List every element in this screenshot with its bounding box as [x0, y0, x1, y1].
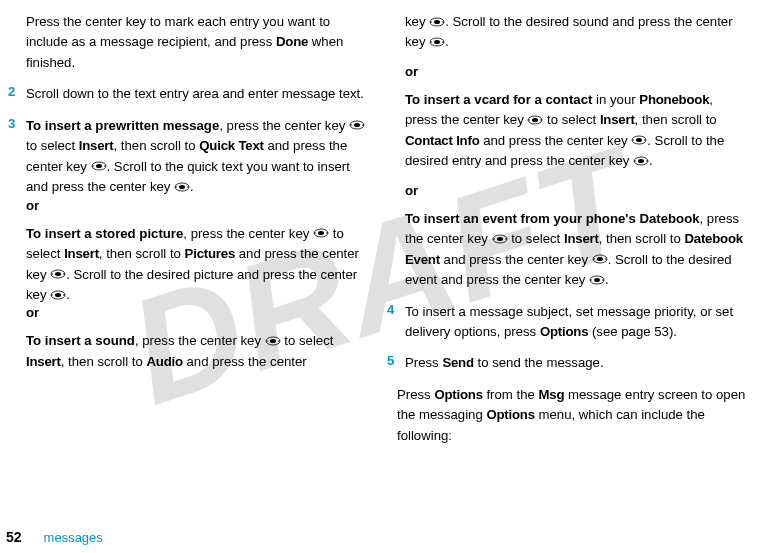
step-3-picture: To insert a stored picture, press the ce…	[26, 224, 369, 306]
step-3-sound-cont: key . Scroll to the desired sound and pr…	[405, 12, 748, 53]
step-3: 3 To insert a prewritten message, press …	[18, 116, 369, 373]
center-key-icon	[429, 37, 445, 47]
section-label: messages	[44, 530, 103, 545]
step-4: 4 To insert a message subject, set messa…	[397, 302, 748, 343]
or-separator: or	[26, 305, 369, 320]
step-number: 3	[8, 116, 26, 373]
svg-point-6	[92, 165, 94, 167]
svg-point-54	[593, 258, 595, 260]
step-2: 2 Scroll down to the text entry area and…	[18, 84, 369, 104]
svg-point-34	[430, 41, 432, 43]
svg-point-14	[314, 232, 316, 234]
center-key-icon	[91, 161, 107, 171]
center-key-icon	[633, 156, 649, 166]
page-number: 52	[6, 529, 22, 545]
svg-point-9	[179, 185, 185, 189]
svg-point-26	[266, 340, 268, 342]
svg-point-37	[532, 118, 538, 122]
para-continuation: Press the center key to mark each entry …	[26, 12, 369, 73]
step-2-text: Scroll down to the text entry area and e…	[26, 84, 364, 104]
step-number: 4	[387, 302, 405, 343]
svg-point-49	[497, 237, 503, 241]
svg-point-30	[430, 21, 432, 23]
center-key-icon	[349, 120, 365, 130]
svg-point-5	[96, 164, 102, 168]
step-number: 2	[8, 84, 26, 104]
svg-point-25	[270, 339, 276, 343]
right-column: key . Scroll to the desired sound and pr…	[397, 12, 748, 515]
svg-point-21	[55, 293, 61, 297]
or-separator: or	[26, 198, 369, 213]
svg-point-1	[354, 123, 360, 127]
step-number: 5	[387, 353, 405, 373]
left-column: Press the center key to mark each entry …	[18, 12, 369, 515]
svg-point-38	[529, 119, 531, 121]
step-3-vcard: To insert a vcard for a contact in your …	[405, 90, 748, 172]
center-key-icon	[429, 17, 445, 27]
svg-point-17	[55, 272, 61, 276]
svg-point-58	[590, 279, 592, 281]
svg-point-42	[632, 140, 634, 142]
step-3-prewritten: To insert a prewritten message, press th…	[26, 116, 369, 198]
svg-point-11	[187, 186, 189, 188]
center-key-icon	[631, 135, 647, 145]
svg-point-22	[51, 294, 53, 296]
svg-point-3	[362, 125, 364, 127]
svg-point-41	[636, 138, 642, 142]
svg-point-46	[634, 160, 636, 162]
svg-point-53	[597, 257, 603, 261]
svg-point-27	[278, 340, 280, 342]
svg-point-39	[541, 119, 543, 121]
step-3-sound: To insert a sound, press the center key …	[26, 331, 369, 372]
center-key-icon	[492, 234, 508, 244]
step-5: 5 Press Send to send the message.	[397, 353, 748, 373]
center-key-icon	[174, 182, 190, 192]
page-footer: 52 messages	[0, 529, 103, 545]
svg-point-43	[644, 140, 646, 142]
svg-point-7	[104, 165, 106, 167]
svg-point-29	[434, 20, 440, 24]
svg-point-23	[63, 294, 65, 296]
svg-point-33	[434, 40, 440, 44]
svg-point-18	[51, 273, 53, 275]
svg-point-57	[594, 278, 600, 282]
center-key-icon	[50, 269, 66, 279]
svg-point-15	[326, 232, 328, 234]
svg-point-10	[175, 186, 177, 188]
svg-point-35	[442, 41, 444, 43]
step-4-text: To insert a message subject, set message…	[405, 302, 748, 343]
or-separator: or	[405, 64, 748, 79]
center-key-icon	[589, 275, 605, 285]
center-key-icon	[592, 254, 608, 264]
center-key-icon	[265, 336, 281, 346]
svg-point-47	[646, 160, 648, 162]
step-3-datebook: To insert an event from your phone's Dat…	[405, 209, 748, 291]
center-key-icon	[527, 115, 543, 125]
options-menu-intro: Press Options from the Msg message entry…	[397, 385, 748, 446]
svg-point-31	[442, 21, 444, 23]
page-content: Press the center key to mark each entry …	[0, 0, 766, 553]
svg-point-2	[350, 125, 352, 127]
step-5-text: Press Send to send the message.	[405, 353, 604, 373]
svg-point-45	[638, 159, 644, 163]
or-separator: or	[405, 183, 748, 198]
center-key-icon	[50, 290, 66, 300]
svg-point-50	[493, 238, 495, 240]
svg-point-19	[63, 273, 65, 275]
svg-point-13	[318, 231, 324, 235]
center-key-icon	[313, 228, 329, 238]
svg-point-59	[602, 279, 604, 281]
svg-point-55	[605, 258, 607, 260]
svg-point-51	[505, 238, 507, 240]
